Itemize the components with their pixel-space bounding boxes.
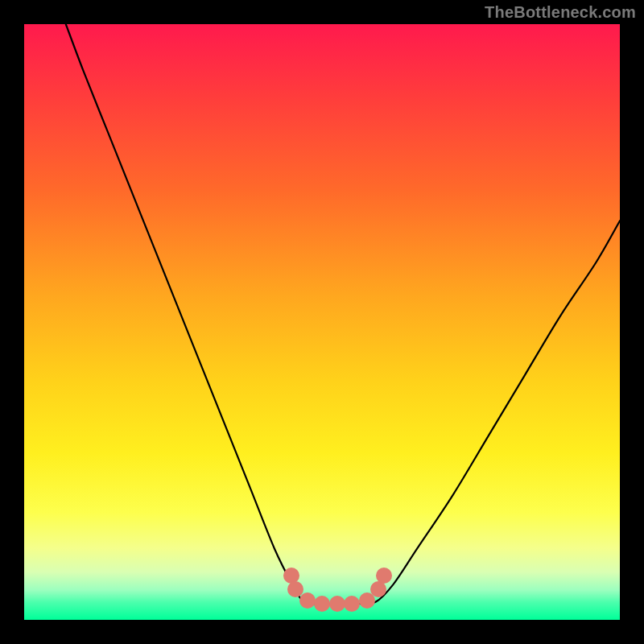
chart-frame: TheBottleneck.com [0, 0, 644, 644]
gradient-plot-area [24, 24, 620, 620]
watermark-text: TheBottleneck.com [485, 3, 636, 22]
